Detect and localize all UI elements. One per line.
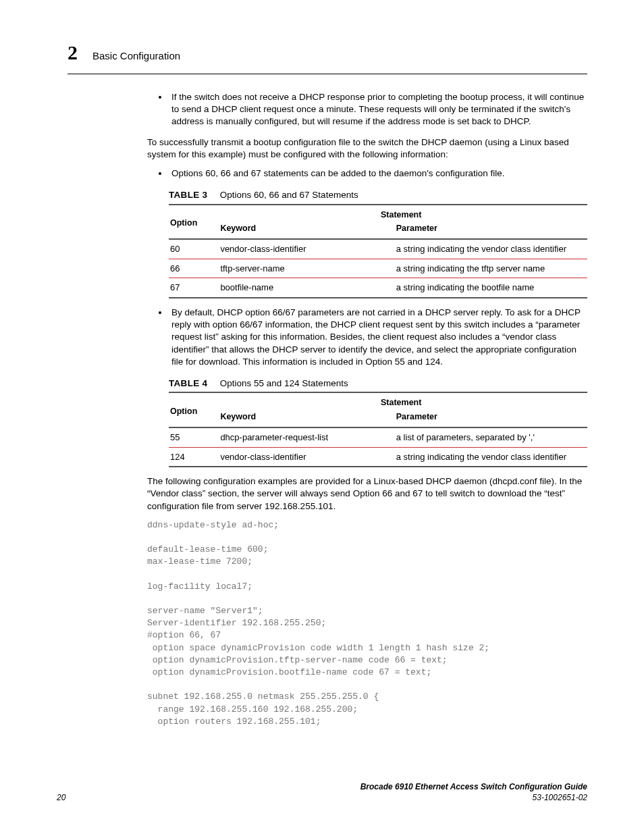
list-item: By default, DHCP option 66/67 parameters… (169, 307, 587, 368)
table-label: TABLE 3 (169, 189, 217, 201)
col-option: Option (169, 392, 219, 427)
code-block: ddns-update-style ad-hoc; default-lease-… (147, 519, 587, 728)
chapter-title: Basic Configuration (92, 49, 180, 63)
body-paragraph: To successfully transmit a bootup config… (147, 136, 587, 161)
cell-option: 60 (169, 239, 219, 259)
cell-option: 55 (169, 427, 219, 447)
col-statement: Statement (219, 205, 587, 222)
chapter-number: 2 (68, 39, 78, 67)
col-parameter: Parameter (395, 410, 587, 427)
col-parameter: Parameter (395, 221, 587, 239)
cell-parameter: a string indicating the vendor class ide… (395, 447, 587, 467)
table-3: Option Statement Keyword Parameter 60 ve… (169, 204, 587, 298)
cell-option: 124 (169, 447, 219, 467)
page-footer: 20 Brocade 6910 Ethernet Access Switch C… (57, 781, 587, 803)
table-label: TABLE 4 (169, 377, 217, 390)
main-content: If the switch does not receive a DHCP re… (147, 91, 587, 728)
col-keyword: Keyword (219, 410, 394, 427)
doc-number: 53-1002651-02 (533, 793, 587, 802)
table-row: 66 tftp-server-name a string indicating … (169, 259, 587, 278)
cell-keyword: bootfile-name (219, 278, 394, 298)
table-caption-4: TABLE 4 Options 55 and 124 Statements (169, 377, 587, 390)
cell-keyword: vendor-class-identifier (219, 239, 394, 259)
cell-parameter: a string indicating the tftp server name (395, 259, 587, 278)
table-row: 67 bootfile-name a string indicating the… (169, 278, 587, 298)
cell-parameter: a string indicating the vendor class ide… (395, 239, 587, 259)
cell-option: 67 (169, 278, 219, 298)
cell-parameter: a list of parameters, separated by ',' (395, 427, 587, 447)
cell-keyword: tftp-server-name (219, 259, 394, 278)
bullet-list-2: Options 60, 66 and 67 statements can be … (147, 167, 587, 180)
table-caption-3: TABLE 3 Options 60, 66 and 67 Statements (169, 189, 587, 201)
table-title: Options 55 and 124 Statements (220, 378, 348, 388)
col-statement: Statement (219, 392, 587, 410)
running-header: 2 Basic Configuration (68, 39, 587, 74)
table-title: Options 60, 66 and 67 Statements (220, 190, 358, 200)
book-title: Brocade 6910 Ethernet Access Switch Conf… (360, 782, 587, 791)
cell-option: 66 (169, 259, 219, 278)
cell-keyword: vendor-class-identifier (219, 447, 394, 467)
cell-keyword: dhcp-parameter-request-list (219, 427, 394, 447)
table-row: 124 vendor-class-identifier a string ind… (169, 447, 587, 467)
col-keyword: Keyword (219, 221, 394, 239)
col-option: Option (169, 205, 219, 240)
body-paragraph: The following configuration examples are… (147, 475, 587, 513)
table-row: 60 vendor-class-identifier a string indi… (169, 239, 587, 259)
page-number: 20 (57, 792, 65, 803)
table-4: Option Statement Keyword Parameter 55 dh… (169, 392, 587, 467)
bullet-list-3: By default, DHCP option 66/67 parameters… (147, 307, 587, 368)
cell-parameter: a string indicating the bootfile name (395, 278, 587, 298)
page: 2 Basic Configuration If the switch does… (0, 0, 644, 834)
footer-right: Brocade 6910 Ethernet Access Switch Conf… (360, 781, 587, 803)
list-item: Options 60, 66 and 67 statements can be … (169, 167, 587, 180)
bullet-list-1: If the switch does not receive a DHCP re… (147, 91, 587, 128)
table-row: 55 dhcp-parameter-request-list a list of… (169, 427, 587, 447)
list-item: If the switch does not receive a DHCP re… (169, 91, 587, 128)
